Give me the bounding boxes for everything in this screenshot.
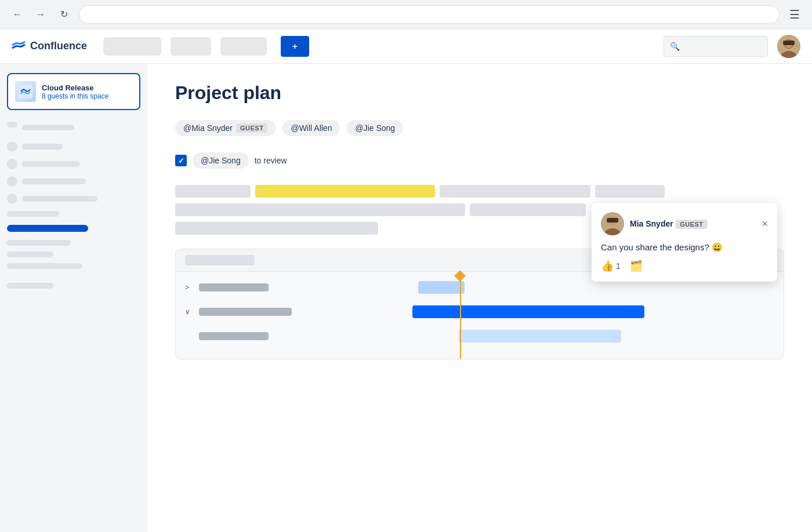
like-count: 1: [616, 261, 621, 271]
sidebar-item: [7, 176, 140, 187]
logo-area: Confluence: [12, 39, 87, 53]
mention-chip-jie[interactable]: @Jie Song: [347, 120, 403, 136]
mentions-row: @Mia Snyder GUEST @Will Allen @Jie Song: [175, 120, 784, 136]
task-mention-text: @Jie Song: [201, 156, 241, 165]
comment-actions: 👍 1 🗂️: [601, 260, 768, 272]
comment-header: Mia Snyder GUEST ×: [601, 212, 768, 235]
sidebar: Cloud Release 8 guests in this space: [0, 64, 147, 532]
comment-popup: Mia Snyder GUEST × Can you share the des…: [592, 203, 777, 282]
gantt-expand-3: >: [185, 332, 194, 340]
task-text: to review: [255, 156, 287, 165]
comment-close-button[interactable]: ×: [762, 218, 768, 229]
confluence-icon: [12, 39, 26, 53]
sidebar-skeleton: [7, 122, 140, 289]
mention-chip-will[interactable]: @Will Allen: [282, 120, 340, 136]
page-title: Project plan: [175, 82, 784, 104]
app-logo-text: Confluence: [30, 40, 87, 52]
reload-button[interactable]: ↻: [56, 6, 72, 23]
user-avatar[interactable]: [777, 35, 800, 58]
comment-avatar: [601, 212, 624, 235]
create-button[interactable]: +: [281, 36, 309, 57]
gantt-expand-2[interactable]: ∨: [185, 308, 194, 316]
task-mention-chip[interactable]: @Jie Song: [193, 152, 249, 169]
comment-like-button[interactable]: 👍 1: [601, 260, 621, 272]
thumbs-up-icon: 👍: [601, 260, 614, 272]
active-nav-item[interactable]: [7, 225, 88, 232]
space-guests[interactable]: 8 guests in this space: [42, 92, 108, 100]
search-icon: 🔍: [670, 42, 680, 51]
back-button[interactable]: ←: [9, 6, 26, 23]
svg-rect-9: [607, 218, 618, 223]
mention-mia-text: @Mia Snyder: [183, 123, 233, 133]
content-area: Project plan @Mia Snyder GUEST @Will All…: [147, 64, 812, 532]
gantt-row-2: ∨: [185, 303, 774, 320]
content-row-1: [175, 185, 784, 198]
app-header: Confluence + 🔍: [0, 29, 812, 64]
svg-rect-5: [19, 85, 32, 99]
task-row: @Jie Song to review: [175, 152, 784, 169]
create-plus-icon: +: [292, 41, 298, 51]
comment-author-badge: GUEST: [676, 220, 707, 229]
gantt-expand-1[interactable]: >: [185, 283, 194, 291]
comment-author-info: Mia Snyder GUEST: [630, 218, 708, 229]
nav-item-2[interactable]: [171, 37, 211, 56]
sidebar-item: [7, 141, 140, 152]
space-card[interactable]: Cloud Release 8 guests in this space: [7, 73, 140, 110]
mention-chip-mia[interactable]: @Mia Snyder GUEST: [175, 120, 276, 136]
search-box[interactable]: 🔍: [664, 36, 768, 57]
nav-item-3[interactable]: [220, 37, 267, 56]
space-icon: [15, 81, 36, 102]
sidebar-item: [7, 194, 140, 204]
sidebar-item: [7, 159, 140, 169]
mention-will-text: @Will Allen: [291, 123, 332, 133]
svg-rect-4: [783, 41, 795, 45]
comment-resolve-button[interactable]: 🗂️: [630, 260, 643, 272]
url-bar[interactable]: [79, 5, 780, 24]
task-checkbox[interactable]: [175, 155, 187, 166]
mention-jie-text: @Jie Song: [355, 123, 395, 133]
guest-badge-mia: GUEST: [236, 123, 267, 133]
browser-chrome: ← → ↻ ☰: [0, 0, 812, 29]
comment-body: Can you share the designs? 😀: [601, 242, 768, 253]
nav-item-1[interactable]: [103, 37, 161, 56]
space-name: Cloud Release: [42, 83, 108, 92]
gantt-row-3: >: [185, 327, 774, 345]
forward-button[interactable]: →: [32, 6, 49, 23]
space-info: Cloud Release 8 guests in this space: [42, 83, 108, 100]
gantt-body: > ∨ >: [176, 272, 784, 359]
browser-menu-button[interactable]: ☰: [786, 6, 803, 23]
comment-author-name: Mia Snyder: [630, 219, 673, 228]
search-input[interactable]: [684, 42, 762, 50]
main-layout: Cloud Release 8 guests in this space: [0, 64, 812, 532]
resolve-icon: 🗂️: [630, 260, 643, 272]
